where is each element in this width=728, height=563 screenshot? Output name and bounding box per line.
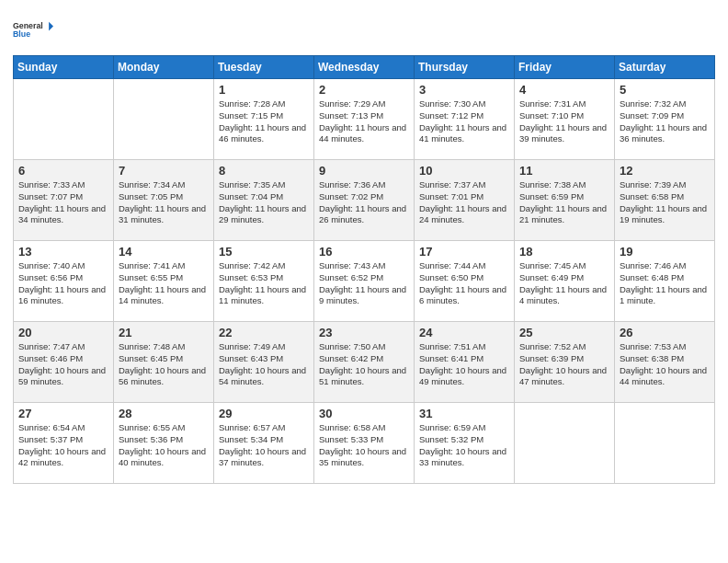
week-row-2: 6Sunrise: 7:33 AM Sunset: 7:07 PM Daylig…	[14, 160, 715, 241]
day-info: Sunrise: 7:41 AM Sunset: 6:55 PM Dayligh…	[119, 260, 209, 307]
day-cell: 20Sunrise: 7:47 AM Sunset: 6:46 PM Dayli…	[14, 322, 114, 403]
day-cell: 2Sunrise: 7:29 AM Sunset: 7:13 PM Daylig…	[314, 79, 415, 160]
day-number: 8	[219, 164, 309, 178]
day-cell: 22Sunrise: 7:49 AM Sunset: 6:43 PM Dayli…	[214, 322, 314, 403]
day-cell: 31Sunrise: 6:59 AM Sunset: 5:32 PM Dayli…	[415, 403, 515, 484]
day-number: 20	[18, 326, 108, 339]
day-number: 13	[18, 245, 108, 259]
day-number: 14	[119, 245, 209, 259]
day-number: 30	[319, 407, 409, 420]
day-cell	[14, 79, 114, 160]
day-cell: 12Sunrise: 7:39 AM Sunset: 6:58 PM Dayli…	[615, 160, 715, 241]
day-cell: 21Sunrise: 7:48 AM Sunset: 6:45 PM Dayli…	[114, 322, 214, 403]
day-number: 3	[419, 83, 509, 97]
weekday-header-row: SundayMondayTuesdayWednesdayThursdayFrid…	[14, 56, 715, 79]
week-row-4: 20Sunrise: 7:47 AM Sunset: 6:46 PM Dayli…	[14, 322, 715, 403]
day-cell: 16Sunrise: 7:43 AM Sunset: 6:52 PM Dayli…	[314, 241, 415, 322]
day-info: Sunrise: 7:30 AM Sunset: 7:12 PM Dayligh…	[419, 98, 509, 145]
day-number: 17	[419, 245, 509, 259]
day-info: Sunrise: 7:47 AM Sunset: 6:46 PM Dayligh…	[18, 341, 108, 388]
day-info: Sunrise: 7:52 AM Sunset: 6:39 PM Dayligh…	[519, 341, 609, 388]
day-info: Sunrise: 6:59 AM Sunset: 5:32 PM Dayligh…	[419, 422, 509, 469]
day-info: Sunrise: 7:35 AM Sunset: 7:04 PM Dayligh…	[219, 179, 309, 226]
day-cell: 5Sunrise: 7:32 AM Sunset: 7:09 PM Daylig…	[615, 79, 715, 160]
day-info: Sunrise: 7:40 AM Sunset: 6:56 PM Dayligh…	[18, 260, 108, 307]
day-cell	[515, 403, 615, 484]
day-cell: 17Sunrise: 7:44 AM Sunset: 6:50 PM Dayli…	[415, 241, 515, 322]
day-cell: 29Sunrise: 6:57 AM Sunset: 5:34 PM Dayli…	[214, 403, 314, 484]
day-info: Sunrise: 7:51 AM Sunset: 6:41 PM Dayligh…	[419, 341, 509, 388]
day-cell: 13Sunrise: 7:40 AM Sunset: 6:56 PM Dayli…	[14, 241, 114, 322]
day-cell: 7Sunrise: 7:34 AM Sunset: 7:05 PM Daylig…	[114, 160, 214, 241]
day-number: 5	[620, 83, 710, 97]
day-cell: 4Sunrise: 7:31 AM Sunset: 7:10 PM Daylig…	[515, 79, 615, 160]
day-cell: 19Sunrise: 7:46 AM Sunset: 6:48 PM Dayli…	[615, 241, 715, 322]
weekday-header-saturday: Saturday	[615, 56, 715, 79]
day-info: Sunrise: 7:43 AM Sunset: 6:52 PM Dayligh…	[319, 260, 409, 307]
day-number: 28	[119, 407, 209, 420]
week-row-1: 1Sunrise: 7:28 AM Sunset: 7:15 PM Daylig…	[14, 79, 715, 160]
day-cell: 6Sunrise: 7:33 AM Sunset: 7:07 PM Daylig…	[14, 160, 114, 241]
day-info: Sunrise: 7:44 AM Sunset: 6:50 PM Dayligh…	[419, 260, 509, 307]
day-number: 15	[219, 245, 309, 259]
day-info: Sunrise: 7:28 AM Sunset: 7:15 PM Dayligh…	[219, 98, 309, 145]
logo-svg: General Blue	[13, 9, 53, 50]
day-cell: 28Sunrise: 6:55 AM Sunset: 5:36 PM Dayli…	[114, 403, 214, 484]
day-info: Sunrise: 7:42 AM Sunset: 6:53 PM Dayligh…	[219, 260, 309, 307]
day-number: 26	[620, 326, 710, 339]
day-cell: 15Sunrise: 7:42 AM Sunset: 6:53 PM Dayli…	[214, 241, 314, 322]
day-number: 18	[519, 245, 609, 259]
day-number: 19	[620, 245, 710, 259]
day-info: Sunrise: 7:50 AM Sunset: 6:42 PM Dayligh…	[319, 341, 409, 388]
weekday-header-wednesday: Wednesday	[314, 56, 415, 79]
page: General Blue SundayMondayTuesdayWednesda…	[0, 0, 728, 563]
day-cell: 1Sunrise: 7:28 AM Sunset: 7:15 PM Daylig…	[214, 79, 314, 160]
day-info: Sunrise: 6:58 AM Sunset: 5:33 PM Dayligh…	[319, 422, 409, 469]
day-number: 23	[319, 326, 409, 339]
day-info: Sunrise: 6:55 AM Sunset: 5:36 PM Dayligh…	[119, 422, 209, 469]
day-info: Sunrise: 7:31 AM Sunset: 7:10 PM Dayligh…	[519, 98, 609, 145]
week-row-5: 27Sunrise: 6:54 AM Sunset: 5:37 PM Dayli…	[14, 403, 715, 484]
day-number: 29	[219, 407, 309, 420]
day-number: 16	[319, 245, 409, 259]
day-cell: 14Sunrise: 7:41 AM Sunset: 6:55 PM Dayli…	[114, 241, 214, 322]
day-info: Sunrise: 7:38 AM Sunset: 6:59 PM Dayligh…	[519, 179, 609, 226]
svg-marker-2	[49, 22, 53, 31]
day-number: 10	[419, 164, 509, 178]
day-cell: 23Sunrise: 7:50 AM Sunset: 6:42 PM Dayli…	[314, 322, 415, 403]
day-cell: 18Sunrise: 7:45 AM Sunset: 6:49 PM Dayli…	[515, 241, 615, 322]
calendar-table: SundayMondayTuesdayWednesdayThursdayFrid…	[13, 55, 715, 484]
weekday-header-thursday: Thursday	[415, 56, 515, 79]
day-number: 12	[620, 164, 710, 178]
day-info: Sunrise: 7:34 AM Sunset: 7:05 PM Dayligh…	[119, 179, 209, 226]
day-cell: 10Sunrise: 7:37 AM Sunset: 7:01 PM Dayli…	[415, 160, 515, 241]
day-cell	[114, 79, 214, 160]
weekday-header-tuesday: Tuesday	[214, 56, 314, 79]
day-number: 7	[119, 164, 209, 178]
header: General Blue	[13, 9, 715, 50]
day-number: 11	[519, 164, 609, 178]
week-row-3: 13Sunrise: 7:40 AM Sunset: 6:56 PM Dayli…	[14, 241, 715, 322]
day-number: 22	[219, 326, 309, 339]
day-cell: 9Sunrise: 7:36 AM Sunset: 7:02 PM Daylig…	[314, 160, 415, 241]
day-number: 4	[519, 83, 609, 97]
day-info: Sunrise: 7:29 AM Sunset: 7:13 PM Dayligh…	[319, 98, 409, 145]
day-number: 2	[319, 83, 409, 97]
day-info: Sunrise: 7:45 AM Sunset: 6:49 PM Dayligh…	[519, 260, 609, 307]
day-cell: 30Sunrise: 6:58 AM Sunset: 5:33 PM Dayli…	[314, 403, 415, 484]
day-number: 1	[219, 83, 309, 97]
svg-text:Blue: Blue	[13, 29, 30, 39]
day-number: 9	[319, 164, 409, 178]
day-info: Sunrise: 7:48 AM Sunset: 6:45 PM Dayligh…	[119, 341, 209, 388]
day-cell: 27Sunrise: 6:54 AM Sunset: 5:37 PM Dayli…	[14, 403, 114, 484]
day-number: 31	[419, 407, 509, 420]
day-info: Sunrise: 7:49 AM Sunset: 6:43 PM Dayligh…	[219, 341, 309, 388]
day-info: Sunrise: 7:46 AM Sunset: 6:48 PM Dayligh…	[620, 260, 710, 307]
day-number: 27	[18, 407, 108, 420]
logo: General Blue	[13, 9, 53, 50]
day-number: 24	[419, 326, 509, 339]
day-info: Sunrise: 6:57 AM Sunset: 5:34 PM Dayligh…	[219, 422, 309, 469]
weekday-header-sunday: Sunday	[14, 56, 114, 79]
day-cell: 8Sunrise: 7:35 AM Sunset: 7:04 PM Daylig…	[214, 160, 314, 241]
day-info: Sunrise: 7:33 AM Sunset: 7:07 PM Dayligh…	[18, 179, 108, 226]
